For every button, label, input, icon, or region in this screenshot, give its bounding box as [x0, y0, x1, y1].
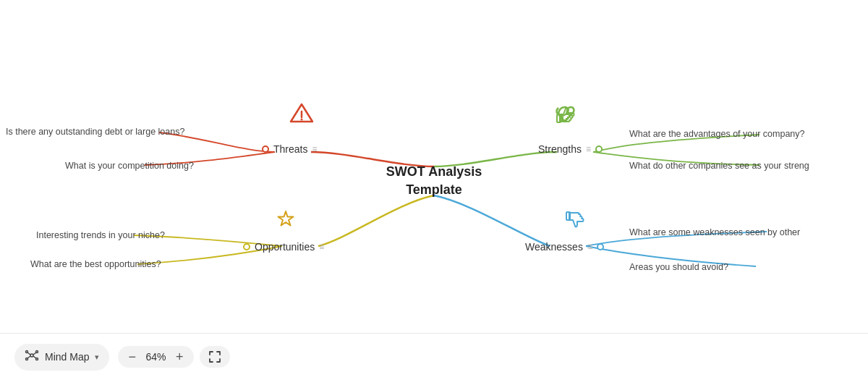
zoom-value: 64% [143, 351, 169, 363]
threats-icon [288, 100, 315, 127]
threats-edit-icon[interactable]: ≡ [312, 144, 317, 154]
opportunities-icon [272, 206, 299, 233]
weaknesses-node[interactable]: Weaknesses ≡ [525, 241, 604, 253]
opportunities-label: Opportunities [255, 241, 315, 253]
opportunities-leaf-1: Interesting trends in your niche? [36, 230, 165, 240]
svg-point-4 [30, 354, 33, 357]
svg-point-1 [301, 119, 303, 121]
mindmap-icon [25, 348, 39, 366]
strengths-node-dot [595, 145, 603, 153]
mindmap-label: Mind Map [45, 351, 89, 363]
fullscreen-icon [208, 350, 221, 363]
strengths-leaf-1: What are the advantages of your company? [629, 129, 805, 139]
threats-node-dot [262, 145, 269, 153]
mindmap-chevron: ▾ [95, 352, 99, 362]
svg-line-10 [27, 356, 30, 358]
threats-icon-container [288, 100, 315, 130]
threats-label: Threats [273, 143, 307, 155]
strengths-edit-icon[interactable]: ≡ [586, 144, 591, 154]
weaknesses-leaf-2: Areas you should avoid? [629, 262, 728, 272]
svg-line-11 [33, 352, 36, 355]
opportunities-node[interactable]: Opportunities ≡ [243, 241, 324, 253]
canvas: SWOT Analysis Template Threats ≡ Is ther… [0, 0, 868, 333]
strengths-leaf-2: What do other companies see as your stre… [629, 161, 809, 171]
zoom-group: − 64% + [118, 346, 193, 368]
threats-node[interactable]: Threats ≡ [262, 143, 317, 155]
weaknesses-node-dot [597, 243, 604, 250]
weaknesses-edit-icon[interactable]: ≡ [587, 242, 592, 252]
fullscreen-button[interactable] [200, 346, 230, 368]
toolbar: Mind Map ▾ − 64% + [0, 333, 868, 380]
threats-leaf-2: What is your competition doing? [65, 161, 194, 171]
strengths-node[interactable]: Strengths ≡ [538, 143, 603, 155]
strengths-label: Strengths [538, 143, 582, 155]
mindmap-tool-group[interactable]: Mind Map ▾ [14, 344, 109, 371]
title-line1: SWOT Analysis [386, 163, 482, 181]
svg-line-12 [33, 356, 36, 358]
opportunities-node-dot [243, 243, 250, 250]
opportunities-icon-container [272, 206, 299, 236]
weaknesses-leaf-1: What are some weaknesses seen by other [629, 227, 800, 237]
strengths-icon-svg [551, 100, 580, 132]
zoom-in-button[interactable]: + [176, 350, 184, 363]
weaknesses-label: Weaknesses [525, 241, 583, 253]
svg-rect-3 [566, 212, 570, 220]
zoom-out-button[interactable]: − [128, 350, 136, 363]
threats-leaf-1: Is there any outstanding debt or large l… [6, 127, 184, 137]
svg-line-9 [27, 352, 30, 355]
center-node: SWOT Analysis Template [386, 163, 482, 199]
svg-rect-2 [557, 114, 561, 122]
opportunities-leaf-2: What are the best opportunities? [30, 259, 161, 269]
weaknesses-icon [561, 206, 588, 233]
weaknesses-icon-container [561, 206, 588, 236]
title-line2: Template [386, 181, 482, 199]
opportunities-edit-icon[interactable]: ≡ [319, 242, 324, 252]
